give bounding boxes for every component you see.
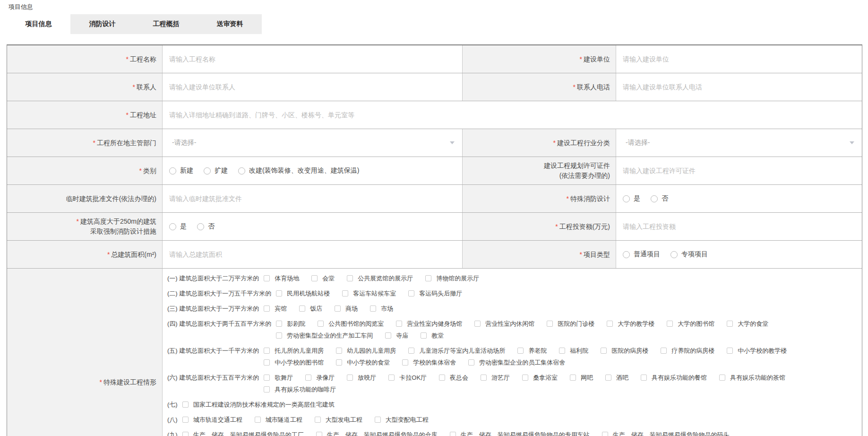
situation-checkbox-item[interactable]: 城市轨道交通工程 [182,415,242,425]
temp-building-input[interactable] [165,195,462,202]
checkbox-icon[interactable] [315,417,321,423]
situation-checkbox-item[interactable]: 体育场地 [264,273,299,283]
contact-phone-input[interactable] [619,83,862,91]
checkbox-icon[interactable] [336,359,342,366]
checkbox-icon[interactable] [347,375,353,381]
situation-checkbox-item[interactable]: 公共图书馆的阅览室 [318,319,384,329]
checkbox-icon[interactable] [522,375,528,381]
checkbox-icon[interactable] [276,321,282,327]
checkbox-icon[interactable] [727,321,733,327]
situation-checkbox-item[interactable]: 卡拉OK厅 [388,373,427,383]
situation-checkbox-item[interactable]: 营业性室内健身场馆 [396,319,462,329]
checkbox-icon[interactable] [450,432,456,436]
checkbox-icon[interactable] [602,432,608,436]
checkbox-icon[interactable] [264,348,270,354]
situation-checkbox-item[interactable]: 生产、储存、装卸易燃易爆危险物品的码头 [602,430,730,436]
situation-checkbox-item[interactable]: 教堂 [421,331,444,340]
checkbox-icon[interactable] [347,275,353,281]
checkbox-icon[interactable] [388,375,395,381]
situation-checkbox-item[interactable]: 中小学校的教学楼 [727,346,787,356]
checkbox-icon[interactable] [719,375,725,381]
checkbox-icon[interactable] [559,348,565,354]
radio-special-fire-yes[interactable]: 是 [623,194,640,203]
situation-checkbox-item[interactable]: 生产、储存、装卸易燃易爆危险物品的专用车站 [450,430,590,436]
checkbox-icon[interactable] [408,348,414,354]
radio-icon[interactable] [238,167,245,174]
situation-checkbox-item[interactable]: 歌舞厅 [264,373,293,383]
radio-option-expansion[interactable]: 扩建 [204,166,228,175]
situation-checkbox-item[interactable]: 具有娱乐功能的咖啡厅 [264,384,336,394]
situation-checkbox-item[interactable]: 影剧院 [276,319,305,329]
situation-checkbox-item[interactable]: 大型发电工程 [315,415,362,425]
checkbox-icon[interactable] [255,417,261,423]
radio-icon[interactable] [623,195,630,202]
situation-checkbox-item[interactable]: 具有娱乐功能的茶馆 [719,373,785,383]
situation-checkbox-item[interactable]: 大学的教学楼 [607,319,654,329]
checkbox-icon[interactable] [408,290,414,296]
checkbox-icon[interactable] [439,375,445,381]
situation-checkbox-item[interactable]: 会堂 [311,273,335,283]
checkbox-icon[interactable] [402,359,408,366]
situation-checkbox-item[interactable]: 酒吧 [605,373,628,383]
radio-project-type-normal[interactable]: 普通项目 [623,250,660,259]
situation-checkbox-item[interactable]: 客运码头后撤厅 [408,288,462,298]
checkbox-icon[interactable] [264,375,270,381]
construction-unit-input[interactable] [619,55,862,63]
authority-select[interactable]: -请选择- [165,129,462,157]
checkbox-icon[interactable] [641,375,647,381]
checkbox-icon[interactable] [385,332,391,339]
checkbox-icon[interactable] [605,375,611,381]
checkbox-icon[interactable] [667,321,673,327]
checkbox-icon[interactable] [468,359,474,366]
situation-checkbox-item[interactable]: 宾馆 [264,304,287,314]
radio-icon[interactable] [623,251,630,258]
checkbox-icon[interactable] [299,305,305,312]
situation-checkbox-item[interactable]: 具有娱乐功能的餐馆 [641,373,707,383]
checkbox-icon[interactable] [264,305,270,312]
situation-checkbox-item[interactable]: 劳动密集型企业的员工集体宿舍 [468,358,565,367]
checkbox-icon[interactable] [661,348,667,354]
radio-option-renovation[interactable]: 改建(装饰装修、改变用途、建筑保温) [238,166,359,175]
address-input[interactable] [165,111,862,119]
situation-checkbox-item[interactable]: 夜总会 [439,373,468,383]
situation-checkbox-item[interactable]: 市场 [370,304,393,314]
checkbox-icon[interactable] [276,332,282,339]
checkbox-icon[interactable] [276,290,282,296]
checkbox-icon[interactable] [425,275,431,281]
tab-review-materials[interactable]: 送审资料 [198,14,262,34]
situation-checkbox-item[interactable]: 福利院 [559,346,588,356]
radio-icon[interactable] [169,223,176,230]
checkbox-icon[interactable] [396,321,402,327]
situation-checkbox-item[interactable]: 录像厅 [305,373,335,383]
radio-icon[interactable] [169,167,176,174]
situation-checkbox-item[interactable]: 儿童游乐厅等室内儿童活动场所 [408,346,505,356]
checkbox-icon[interactable] [182,417,189,423]
situation-checkbox-item[interactable]: 商场 [335,304,358,314]
situation-checkbox-item[interactable]: 国家工程建设消防技术标准规定的一类高层住宅建筑 [182,400,335,410]
situation-checkbox-item[interactable]: 大学的图书馆 [667,319,714,329]
checkbox-icon[interactable] [264,359,270,366]
checkbox-icon[interactable] [311,275,318,281]
checkbox-icon[interactable] [375,417,381,423]
radio-icon[interactable] [651,195,658,202]
situation-checkbox-item[interactable]: 劳动密集型企业的生产加工车间 [276,331,373,340]
tab-project-overview[interactable]: 工程概括 [134,14,198,34]
checkbox-icon[interactable] [421,332,427,339]
checkbox-icon[interactable] [318,321,324,327]
situation-checkbox-item[interactable]: 生产、储存、装卸易燃易爆危险品的仓库 [316,430,438,436]
situation-checkbox-item[interactable]: 营业性室内休闲馆 [474,319,534,329]
situation-checkbox-item[interactable]: 养老院 [517,346,547,356]
radio-height250-yes[interactable]: 是 [169,222,187,231]
situation-checkbox-item[interactable]: 大学的食堂 [727,319,768,329]
situation-checkbox-item[interactable]: 民用机场航站楼 [276,288,330,298]
situation-checkbox-item[interactable]: 中小学校的食堂 [336,358,390,367]
situation-checkbox-item[interactable]: 博物馆的展示厅 [425,273,479,283]
investment-input[interactable] [619,223,862,230]
checkbox-icon[interactable] [182,401,189,408]
checkbox-icon[interactable] [264,275,270,281]
situation-checkbox-item[interactable]: 城市隧道工程 [255,415,302,425]
checkbox-icon[interactable] [335,305,341,312]
situation-checkbox-item[interactable]: 生产、储存、装卸易燃易爆危险品的工厂 [182,430,304,436]
checkbox-icon[interactable] [264,386,270,392]
situation-checkbox-item[interactable]: 医院的病房楼 [601,346,648,356]
